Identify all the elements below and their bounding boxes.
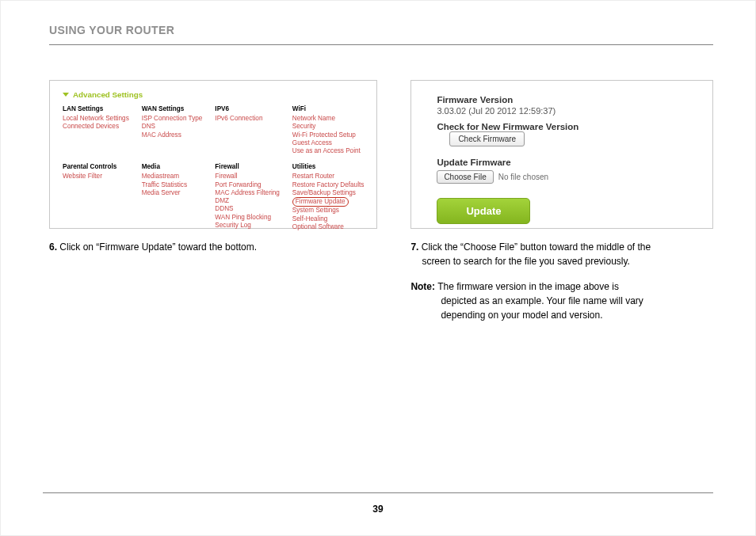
footer-rule [43, 492, 713, 493]
page-number: 39 [372, 504, 383, 515]
